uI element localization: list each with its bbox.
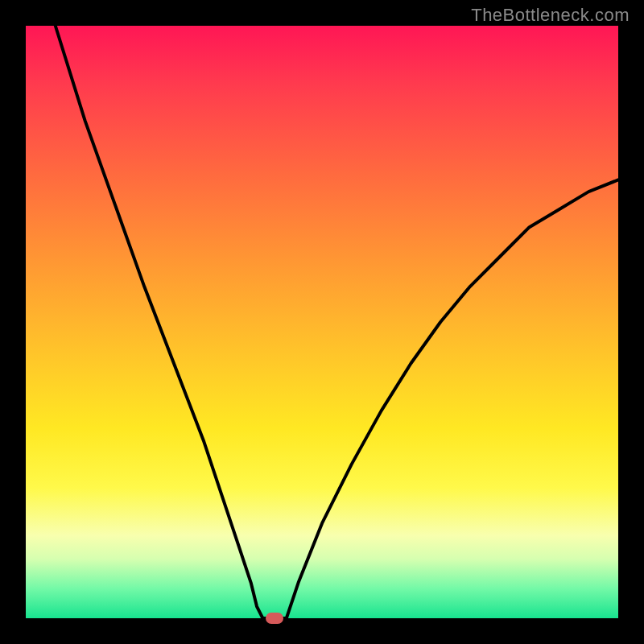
plot-area xyxy=(26,26,618,618)
bottleneck-curve xyxy=(26,26,618,618)
curve-path xyxy=(56,26,618,618)
watermark-text: TheBottleneck.com xyxy=(471,5,630,26)
chart-frame: TheBottleneck.com xyxy=(0,0,644,644)
minimum-marker xyxy=(266,613,283,624)
